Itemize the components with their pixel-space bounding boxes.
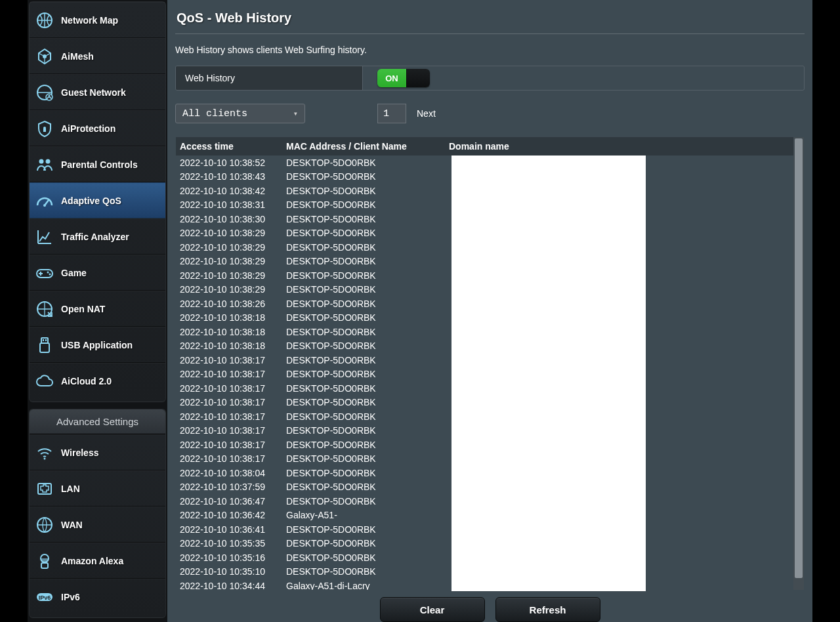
refresh-button[interactable]: Refresh — [495, 597, 600, 622]
sidebar-item-lan[interactable]: LAN — [30, 470, 165, 507]
cell-access-time: 2022-10-10 10:35:16 — [176, 552, 286, 563]
alexa-icon — [35, 551, 54, 571]
sidebar-item-aiprotection[interactable]: AiProtection — [30, 110, 165, 146]
general-nav-section: Network MapAiMeshGuest NetworkAiProtecti… — [29, 1, 166, 402]
cell-client-name: DESKTOP-5DO0RBK — [286, 284, 449, 295]
header-domain-name: Domain name — [449, 141, 793, 152]
sidebar-item-aimesh[interactable]: AiMesh — [30, 38, 165, 74]
page-number-input[interactable] — [377, 104, 406, 123]
cell-client-name: DESKTOP-5DO0RBK — [286, 369, 449, 379]
cell-client-name: DESKTOP-5DO0RBK — [286, 411, 449, 422]
svg-rect-6 — [43, 129, 46, 132]
action-buttons: Clear Refresh — [175, 597, 805, 622]
svg-rect-15 — [40, 343, 49, 352]
sidebar-item-label: Wireless — [61, 447, 98, 458]
sidebar-item-label: Guest Network — [61, 87, 126, 98]
sidebar-item-parental-controls[interactable]: Parental Controls — [30, 146, 165, 182]
web-history-toggle-row: Web History ON — [175, 66, 805, 91]
cell-access-time: 2022-10-10 10:38:43 — [176, 171, 286, 182]
cell-access-time: 2022-10-10 10:38:18 — [176, 341, 286, 351]
sidebar-item-network-map[interactable]: Network Map — [30, 2, 165, 38]
sidebar-item-label: AiProtection — [61, 123, 116, 134]
usb-icon — [35, 335, 54, 355]
clear-button[interactable]: Clear — [380, 597, 485, 622]
page-description: Web History shows clients Web Surfing hi… — [175, 45, 805, 55]
cell-client-name: DESKTOP-5DO0RBK — [286, 355, 449, 365]
header-access-time: Access time — [176, 141, 286, 152]
mesh-icon — [35, 47, 54, 66]
cell-access-time: 2022-10-10 10:38:52 — [176, 157, 286, 168]
sidebar-item-usb-application[interactable]: USB Application — [30, 327, 165, 363]
cell-access-time: 2022-10-10 10:38:17 — [176, 369, 286, 379]
gauge-icon — [35, 191, 54, 211]
cell-client-name: DESKTOP-5DO0RBK — [286, 440, 449, 450]
svg-rect-22 — [41, 563, 48, 568]
globe-icon — [35, 10, 54, 30]
sidebar-item-ipv6[interactable]: IPv6IPv6 — [30, 579, 165, 615]
cell-client-name: DESKTOP-5DO0RBK — [286, 341, 449, 351]
cell-access-time: 2022-10-10 10:34:44 — [176, 581, 286, 590]
svg-point-7 — [39, 159, 44, 163]
svg-text:IPv6: IPv6 — [39, 594, 51, 601]
scrollbar-thumb[interactable] — [795, 138, 803, 578]
svg-rect-16 — [43, 339, 44, 341]
client-filter-select[interactable]: All clients ▾ — [175, 104, 305, 123]
table-scrollbar[interactable] — [793, 137, 804, 590]
sidebar-item-wan[interactable]: WAN — [30, 507, 165, 543]
sidebar: Network MapAiMeshGuest NetworkAiProtecti… — [28, 0, 167, 622]
sidebar-item-amazon-alexa[interactable]: Amazon Alexa — [30, 543, 165, 579]
cell-access-time: 2022-10-10 10:38:17 — [176, 440, 286, 450]
cell-client-name: DESKTOP-5DO0RBK — [286, 397, 449, 407]
sidebar-item-game[interactable]: Game — [30, 255, 165, 291]
sidebar-item-label: Amazon Alexa — [61, 556, 123, 566]
cell-client-name: DESKTOP-5DO0RBK — [286, 256, 449, 266]
cell-access-time: 2022-10-10 10:38:04 — [176, 468, 286, 478]
sidebar-item-label: LAN — [61, 484, 80, 494]
domain-column-masked — [452, 156, 646, 591]
sidebar-item-label: Parental Controls — [61, 159, 138, 170]
cell-client-name: Galaxy-A51- — [286, 510, 449, 520]
svg-point-9 — [43, 204, 46, 207]
svg-point-8 — [46, 159, 51, 163]
cell-access-time: 2022-10-10 10:38:18 — [176, 312, 286, 323]
svg-point-18 — [44, 457, 46, 459]
advanced-settings-header: Advanced Settings — [30, 409, 165, 434]
wifi-icon — [35, 443, 54, 463]
sidebar-item-label: IPv6 — [61, 592, 80, 602]
svg-point-4 — [49, 94, 51, 96]
sidebar-item-traffic-analyzer[interactable]: Traffic Analyzer — [30, 218, 165, 255]
cell-client-name: DESKTOP-5DO0RBK — [286, 299, 449, 309]
sidebar-item-aicloud-2-0[interactable]: AiCloud 2.0 — [30, 363, 165, 399]
cell-client-name: DESKTOP-5DO0RBK — [286, 552, 449, 563]
cell-access-time: 2022-10-10 10:38:18 — [176, 327, 286, 337]
web-history-toggle-label: Web History — [176, 66, 363, 90]
web-history-toggle[interactable]: ON — [377, 69, 430, 87]
cell-client-name: DESKTOP-5DO0RBK — [286, 538, 449, 549]
wan-icon — [35, 515, 54, 535]
sidebar-item-label: Adaptive QoS — [61, 196, 121, 206]
lan-icon — [35, 479, 54, 499]
ipv6-icon: IPv6 — [35, 587, 54, 607]
cell-client-name: DESKTOP-5DO0RBK — [286, 453, 449, 464]
toggle-on-label: ON — [377, 69, 406, 87]
next-page-link[interactable]: Next — [417, 108, 436, 119]
cell-access-time: 2022-10-10 10:37:59 — [176, 482, 286, 492]
cell-client-name: DESKTOP-5DO0RBK — [286, 566, 449, 577]
sidebar-item-wireless[interactable]: Wireless — [30, 434, 165, 470]
sidebar-item-label: USB Application — [61, 340, 133, 350]
cell-client-name: DESKTOP-5DO0RBK — [286, 171, 449, 182]
cell-client-name: DESKTOP-5DO0RBK — [286, 312, 449, 323]
cell-client-name: DESKTOP-5DO0RBK — [286, 242, 449, 253]
cell-access-time: 2022-10-10 10:36:42 — [176, 510, 286, 520]
cell-client-name: DESKTOP-5DO0RBK — [286, 270, 449, 281]
sidebar-item-label: Traffic Analyzer — [61, 232, 129, 242]
sidebar-item-adaptive-qos[interactable]: Adaptive QoS — [30, 182, 165, 218]
globe-guest-icon — [35, 83, 54, 102]
gamepad-icon — [35, 263, 54, 283]
cell-access-time: 2022-10-10 10:38:17 — [176, 425, 286, 436]
cell-access-time: 2022-10-10 10:38:26 — [176, 299, 286, 309]
sidebar-item-guest-network[interactable]: Guest Network — [30, 74, 165, 110]
cell-client-name: DESKTOP-5DO0RBK — [286, 425, 449, 436]
cloud-icon — [35, 371, 54, 391]
sidebar-item-open-nat[interactable]: Open NAT — [30, 291, 165, 327]
